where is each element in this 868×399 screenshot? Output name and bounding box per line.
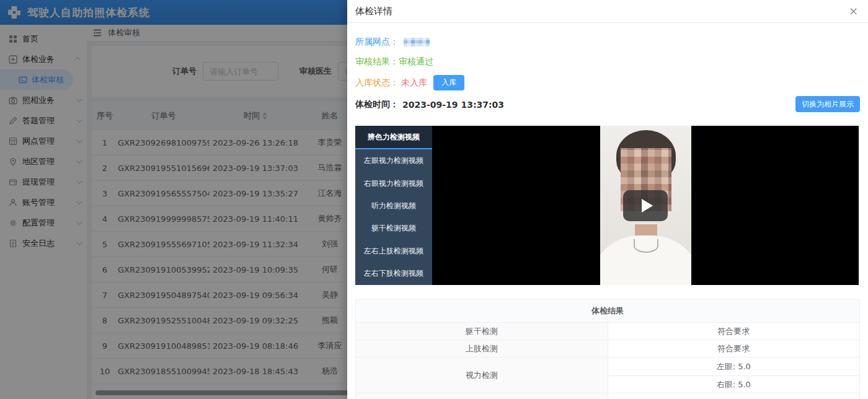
exam-time-line: 体检时间： 2023-09-19 13:37:03: [355, 99, 504, 110]
storage-status-value: 未入库: [401, 77, 427, 89]
video-tab-upper-limbs[interactable]: 左右上肢检测视频: [355, 240, 432, 262]
result-item-value: 左眼: 5.0: [608, 357, 860, 376]
exam-time-label: 体检时间：: [355, 99, 399, 110]
results-table-title: 体检结果: [356, 300, 860, 323]
drawer-title: 体检详情: [355, 6, 392, 17]
store-button[interactable]: 入库: [433, 75, 464, 90]
video-tab-torso[interactable]: 躯干检测视频: [355, 217, 432, 240]
play-icon: [642, 199, 653, 213]
netpoint-label: 所属网点：: [355, 37, 399, 48]
result-row: 视力检测 左眼: 5.0: [356, 357, 860, 376]
video-tab-lower-limbs[interactable]: 左右下肢检测视频: [355, 263, 432, 285]
result-item-value: 符合要求: [608, 340, 860, 357]
play-button[interactable]: [623, 190, 668, 221]
video-section: 辨色力检测视频 左眼视力检测视频 右眼视力检测视频 听力检测视频 躯干检测视频 …: [355, 126, 859, 285]
netpoint-value-redacted: [404, 38, 430, 46]
review-result-value: 审核通过: [399, 56, 433, 68]
video-tab-list: 辨色力检测视频 左眼视力检测视频 右眼视力检测视频 听力检测视频 躯干检测视频 …: [355, 126, 432, 285]
result-row-partial: [356, 393, 860, 399]
result-row: 躯干检测 符合要求: [356, 323, 860, 340]
video-tab-right-eye[interactable]: 右眼视力检测视频: [355, 172, 432, 195]
review-result-label: 审核结果：: [355, 56, 399, 68]
app-root: 驾驶人自助拍照体检系统 首页 体检业务 体检审核 照相业务 答题管理 网: [0, 0, 868, 399]
exam-time-value: 2023-09-19 13:37:03: [402, 100, 504, 110]
video-tab-left-eye[interactable]: 左眼视力检测视频: [355, 149, 432, 172]
person-necklace: [634, 239, 658, 253]
video-tab-hearing[interactable]: 听力检测视频: [355, 195, 432, 217]
switch-to-photo-button[interactable]: 切换为相片展示: [795, 96, 860, 112]
close-icon[interactable]: ×: [849, 5, 858, 17]
review-result-line: 审核结果： 审核通过: [355, 56, 433, 68]
video-player[interactable]: [432, 126, 859, 285]
exam-results-section: 体检结果 躯干检测 符合要求 上肢检测 符合要求 视力检测 左眼: 5.0 右眼…: [355, 299, 860, 399]
result-item-value: 符合要求: [608, 323, 860, 340]
netpoint-line: 所属网点：: [355, 37, 430, 48]
result-row: 上肢检测 符合要求: [356, 340, 860, 357]
result-item-value: 右眼: 5.0: [608, 376, 860, 393]
exam-results-table: 体检结果 躯干检测 符合要求 上肢检测 符合要求 视力检测 左眼: 5.0 右眼…: [355, 299, 860, 399]
result-item-label: 上肢检测: [356, 340, 608, 357]
exam-detail-drawer: 体检详情 × 所属网点： 审核结果： 审核通过 入库状态： 未入库 入库 体检时…: [347, 0, 868, 399]
storage-status-line: 入库状态： 未入库 入库: [355, 75, 464, 90]
storage-status-label: 入库状态：: [355, 77, 399, 89]
video-tab-color-vision[interactable]: 辨色力检测视频: [355, 126, 432, 149]
result-item-label: 视力检测: [356, 357, 608, 393]
result-item-label: 躯干检测: [356, 323, 608, 340]
drawer-header: 体检详情: [347, 0, 868, 23]
